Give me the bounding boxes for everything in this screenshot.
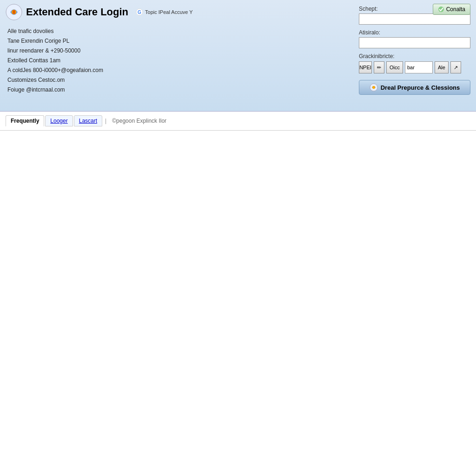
info-line-5: A coldJes 800-i0000+@ogeafaion.com <box>7 66 359 74</box>
title-row: Extended Care Login G Topic IPeal Accuve… <box>6 4 359 20</box>
tab-frequently[interactable]: Frequently <box>6 115 44 126</box>
svg-point-6 <box>438 7 444 12</box>
status-text: Topic IPeal Accuve Y <box>145 9 193 15</box>
tracking-controls: NPEI ✏ Oicc Ale ↗ <box>359 61 470 73</box>
atisiralo-input[interactable] <box>359 37 470 48</box>
status-badge: G Topic IPeal Accuve Y <box>136 8 193 16</box>
track-arrow-button[interactable]: ↗ <box>450 61 461 73</box>
tracking-label: Grackinibricte: <box>359 53 470 60</box>
header-banner: Extended Care Login G Topic IPeal Accuve… <box>0 0 476 112</box>
atisiralo-label: Atisiralo: <box>359 29 470 36</box>
info-line-7: Foiuge @intcrnaal.com <box>7 86 359 94</box>
track-oicc-button[interactable]: Oicc <box>386 61 403 73</box>
tab-bar: Frequently Looger Lascart | ©pegoon Expl… <box>0 112 476 131</box>
info-lines: Alle tnafic dovolies Tane Exrendin Corig… <box>7 27 359 94</box>
track-ale-button[interactable]: Ale <box>435 61 449 73</box>
right-section: Schept: Atisiralo: Grackinibricte: NPEI … <box>359 4 470 95</box>
tab-looger[interactable]: Looger <box>45 115 73 126</box>
connect-button-label: Dreal Prepurce & Clessions <box>381 84 460 91</box>
info-line-2: Tane Exrendin Corige PL <box>7 37 359 45</box>
page-title: Extended Care Login <box>26 6 128 18</box>
svg-text:G: G <box>138 10 141 15</box>
track-npei-button[interactable]: NPEI <box>359 61 372 73</box>
track-edit-button[interactable]: ✏ <box>374 61 384 73</box>
connect-button[interactable]: Dreal Prepurce & Clessions <box>359 80 470 95</box>
tracking-section: Grackinibricte: NPEI ✏ Oicc Ale ↗ <box>359 53 470 73</box>
info-line-3: linur reendarer & +290-50000 <box>7 46 359 55</box>
app-logo-icon <box>6 4 22 20</box>
info-line-4: Extolled Conttas 1am <box>7 56 359 65</box>
info-line-1: Alle tnafic dovolies <box>7 27 359 35</box>
schept-input[interactable] <box>359 13 470 25</box>
info-line-6: Customizes Cestoc.om <box>7 76 359 84</box>
footer-copyright: ©pegoon Explinck Ilor <box>108 116 170 126</box>
top-right-conalta-button[interactable]: Conalta <box>433 4 470 15</box>
left-section: Extended Care Login G Topic IPeal Accuve… <box>6 4 359 94</box>
google-icon: G <box>136 8 143 16</box>
tab-separator: | <box>105 118 106 124</box>
conalta-label: Conalta <box>446 6 465 13</box>
connect-logo-icon <box>370 83 378 92</box>
tab-lascart[interactable]: Lascart <box>74 115 102 126</box>
svg-point-5 <box>372 86 375 89</box>
atisiralo-field-group: Atisiralo: <box>359 29 470 48</box>
track-input[interactable] <box>405 61 433 73</box>
checkmark-icon <box>438 6 444 13</box>
